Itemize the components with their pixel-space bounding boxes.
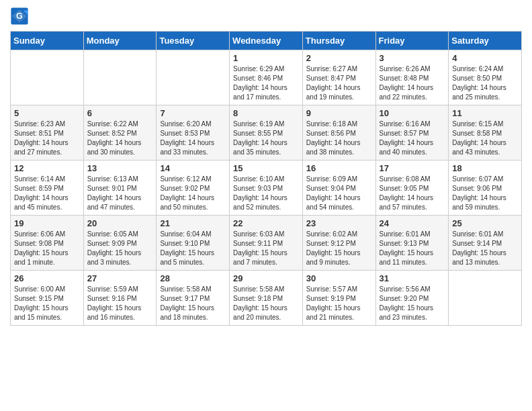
- col-header-monday: Monday: [83, 32, 157, 50]
- sunrise-label: Sunrise: 6:00 AM: [14, 285, 65, 293]
- col-header-thursday: Thursday: [302, 32, 375, 50]
- day-cell: 6 Sunrise: 6:22 AM Sunset: 8:52 PM Dayli…: [83, 105, 157, 161]
- daylight-label: Daylight: 14 hours and 45 minutes.: [14, 194, 69, 211]
- col-header-sunday: Sunday: [11, 32, 84, 50]
- sunset-label: Sunset: 9:02 PM: [160, 185, 210, 192]
- day-number: 8: [233, 108, 299, 118]
- sunrise-label: Sunrise: 6:09 AM: [306, 175, 357, 183]
- day-number: 10: [380, 108, 445, 118]
- sunset-label: Sunset: 9:10 PM: [160, 240, 210, 247]
- day-cell: 15 Sunrise: 6:10 AM Sunset: 9:03 PM Dayl…: [230, 161, 303, 216]
- sunrise-label: Sunrise: 6:26 AM: [380, 65, 431, 73]
- daylight-label: Daylight: 14 hours and 33 minutes.: [160, 139, 214, 156]
- day-cell: 29 Sunrise: 5:58 AM Sunset: 9:18 PM Dayl…: [230, 271, 303, 326]
- daylight-label: Daylight: 14 hours and 30 minutes.: [87, 139, 142, 156]
- daylight-label: Daylight: 15 hours and 18 minutes.: [160, 304, 214, 321]
- sunrise-label: Sunrise: 6:14 AM: [14, 175, 65, 183]
- sunset-label: Sunset: 8:59 PM: [14, 185, 64, 192]
- day-number: 24: [380, 218, 445, 228]
- daylight-label: Daylight: 14 hours and 35 minutes.: [233, 139, 287, 156]
- day-number: 29: [233, 273, 299, 283]
- day-number: 26: [14, 273, 80, 283]
- day-cell: 14 Sunrise: 6:12 AM Sunset: 9:02 PM Dayl…: [157, 161, 230, 216]
- daylight-label: Daylight: 15 hours and 9 minutes.: [306, 249, 361, 266]
- day-info: Sunrise: 6:01 AM Sunset: 9:14 PM Dayligh…: [452, 230, 518, 267]
- svg-text:G: G: [16, 11, 23, 21]
- sunset-label: Sunset: 8:52 PM: [87, 130, 137, 137]
- daylight-label: Daylight: 14 hours and 47 minutes.: [87, 194, 142, 211]
- sunset-label: Sunset: 9:12 PM: [306, 240, 356, 247]
- week-row-3: 12 Sunrise: 6:14 AM Sunset: 8:59 PM Dayl…: [11, 161, 522, 216]
- day-number: 16: [306, 163, 372, 173]
- col-header-saturday: Saturday: [449, 32, 522, 50]
- sunset-label: Sunset: 9:15 PM: [14, 295, 64, 302]
- day-number: 7: [160, 108, 226, 118]
- day-cell: 13 Sunrise: 6:13 AM Sunset: 9:01 PM Dayl…: [83, 161, 157, 216]
- day-info: Sunrise: 6:26 AM Sunset: 8:48 PM Dayligh…: [380, 64, 445, 102]
- day-number: 4: [452, 53, 518, 63]
- day-info: Sunrise: 5:58 AM Sunset: 9:17 PM Dayligh…: [160, 285, 226, 322]
- sunrise-label: Sunrise: 6:23 AM: [14, 120, 65, 128]
- day-info: Sunrise: 6:18 AM Sunset: 8:56 PM Dayligh…: [306, 120, 372, 157]
- sunset-label: Sunset: 9:09 PM: [87, 240, 137, 247]
- daylight-label: Daylight: 14 hours and 57 minutes.: [380, 194, 434, 211]
- day-cell: 16 Sunrise: 6:09 AM Sunset: 9:04 PM Dayl…: [302, 161, 375, 216]
- day-info: Sunrise: 6:05 AM Sunset: 9:09 PM Dayligh…: [87, 230, 153, 267]
- day-cell: 25 Sunrise: 6:01 AM Sunset: 9:14 PM Dayl…: [449, 216, 522, 271]
- day-info: Sunrise: 6:19 AM Sunset: 8:55 PM Dayligh…: [233, 120, 299, 157]
- daylight-label: Daylight: 15 hours and 1 minute.: [14, 249, 69, 266]
- sunset-label: Sunset: 9:13 PM: [380, 240, 429, 247]
- daylight-label: Daylight: 15 hours and 23 minutes.: [380, 304, 434, 321]
- day-cell: 17 Sunrise: 6:08 AM Sunset: 9:05 PM Dayl…: [375, 161, 449, 216]
- daylight-label: Daylight: 15 hours and 21 minutes.: [306, 304, 361, 321]
- sunset-label: Sunset: 9:03 PM: [233, 185, 283, 192]
- sunrise-label: Sunrise: 6:07 AM: [452, 175, 503, 183]
- week-row-5: 26 Sunrise: 6:00 AM Sunset: 9:15 PM Dayl…: [11, 271, 522, 326]
- sunrise-label: Sunrise: 6:27 AM: [306, 65, 357, 73]
- daylight-label: Daylight: 15 hours and 5 minutes.: [160, 249, 214, 266]
- sunrise-label: Sunrise: 5:57 AM: [306, 285, 357, 293]
- day-number: 27: [87, 273, 153, 283]
- day-number: 6: [87, 108, 153, 118]
- day-info: Sunrise: 5:59 AM Sunset: 9:16 PM Dayligh…: [87, 285, 153, 322]
- day-info: Sunrise: 6:01 AM Sunset: 9:13 PM Dayligh…: [380, 230, 445, 267]
- sunset-label: Sunset: 9:08 PM: [14, 240, 64, 247]
- col-header-wednesday: Wednesday: [230, 32, 303, 50]
- sunset-label: Sunset: 9:19 PM: [306, 295, 356, 302]
- daylight-label: Daylight: 14 hours and 25 minutes.: [452, 84, 506, 101]
- day-cell: [83, 50, 157, 105]
- day-cell: 18 Sunrise: 6:07 AM Sunset: 9:06 PM Dayl…: [449, 161, 522, 216]
- sunset-label: Sunset: 8:48 PM: [380, 75, 429, 82]
- sunrise-label: Sunrise: 6:01 AM: [452, 230, 503, 238]
- day-cell: 11 Sunrise: 6:15 AM Sunset: 8:58 PM Dayl…: [449, 105, 522, 161]
- sunrise-label: Sunrise: 5:56 AM: [380, 285, 431, 293]
- day-number: 5: [14, 108, 80, 118]
- day-info: Sunrise: 6:22 AM Sunset: 8:52 PM Dayligh…: [87, 120, 153, 157]
- col-header-tuesday: Tuesday: [157, 32, 230, 50]
- sunrise-label: Sunrise: 6:13 AM: [87, 175, 138, 183]
- sunrise-label: Sunrise: 6:20 AM: [160, 120, 211, 128]
- week-row-1: 1 Sunrise: 6:29 AM Sunset: 8:46 PM Dayli…: [11, 50, 522, 105]
- day-cell: 1 Sunrise: 6:29 AM Sunset: 8:46 PM Dayli…: [230, 50, 303, 105]
- day-number: 13: [87, 163, 153, 173]
- day-number: 23: [306, 218, 372, 228]
- daylight-label: Daylight: 14 hours and 27 minutes.: [14, 139, 69, 156]
- daylight-label: Daylight: 14 hours and 54 minutes.: [306, 194, 361, 211]
- day-number: 1: [233, 53, 299, 63]
- day-info: Sunrise: 6:16 AM Sunset: 8:57 PM Dayligh…: [380, 120, 445, 157]
- day-info: Sunrise: 6:06 AM Sunset: 9:08 PM Dayligh…: [14, 230, 80, 267]
- daylight-label: Daylight: 15 hours and 16 minutes.: [87, 304, 142, 321]
- day-cell: 26 Sunrise: 6:00 AM Sunset: 9:15 PM Dayl…: [11, 271, 84, 326]
- sunrise-label: Sunrise: 6:03 AM: [233, 230, 284, 238]
- day-number: 20: [87, 218, 153, 228]
- day-cell: 24 Sunrise: 6:01 AM Sunset: 9:13 PM Dayl…: [375, 216, 449, 271]
- col-header-friday: Friday: [375, 32, 449, 50]
- day-cell: 20 Sunrise: 6:05 AM Sunset: 9:09 PM Dayl…: [83, 216, 157, 271]
- day-number: 21: [160, 218, 226, 228]
- daylight-label: Daylight: 14 hours and 19 minutes.: [306, 84, 361, 101]
- daylight-label: Daylight: 14 hours and 40 minutes.: [380, 139, 434, 156]
- header-row: SundayMondayTuesdayWednesdayThursdayFrid…: [11, 32, 522, 50]
- sunrise-label: Sunrise: 6:04 AM: [160, 230, 211, 238]
- day-info: Sunrise: 6:24 AM Sunset: 8:50 PM Dayligh…: [452, 64, 518, 102]
- sunset-label: Sunset: 8:55 PM: [233, 130, 283, 137]
